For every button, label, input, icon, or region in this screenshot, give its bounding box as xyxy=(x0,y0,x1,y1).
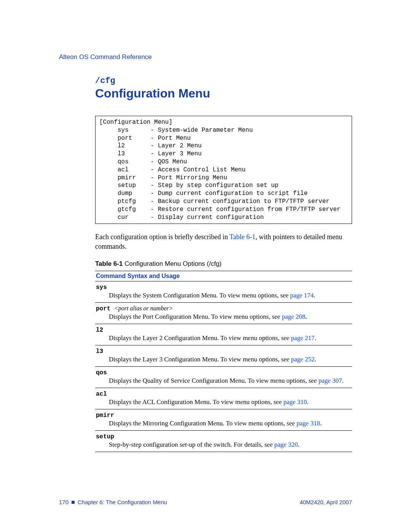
cmd-desc: Displays the Quality of Service Configur… xyxy=(109,377,351,385)
cmd-name: port xyxy=(96,305,114,312)
doc-header: Alteon OS Command Reference xyxy=(59,53,352,61)
cmd-desc-post: . xyxy=(315,356,316,363)
cmd-desc-pre: Displays the Layer 2 Configuration Menu.… xyxy=(109,334,291,342)
cmd-desc: Displays the ACL Configuration Menu. To … xyxy=(109,398,351,406)
cmd-desc-post: . xyxy=(320,420,322,427)
cmd-row-l3: l3 Displays the Layer 3 Configuration Me… xyxy=(95,345,352,367)
page-link[interactable]: page 310 xyxy=(284,398,307,406)
page-link[interactable]: page 307 xyxy=(319,377,342,384)
cmd-name: l2 xyxy=(96,327,103,334)
cmd-desc: Displays the Layer 3 Configuration Menu.… xyxy=(109,356,351,363)
page-link[interactable]: page 174 xyxy=(290,292,314,299)
cmd-desc: Displays the Mirroring Configuration Men… xyxy=(109,420,351,427)
cmd-row-l2: l2 Displays the Layer 2 Configuration Me… xyxy=(95,324,352,345)
cmd-name: l3 xyxy=(96,348,103,355)
cmd-row-acl: acl Displays the ACL Configuration Menu.… xyxy=(95,388,352,409)
cmd-desc-post: . xyxy=(307,398,309,406)
chapter-title: Chapter 6: The Configuration Menu xyxy=(78,499,167,505)
cmd-name: sys xyxy=(96,284,107,291)
cmd-row-qos: qos Displays the Quality of Service Conf… xyxy=(95,367,352,388)
section-code: /cfg xyxy=(95,76,352,86)
cmd-desc: Displays the Port Configuration Menu. To… xyxy=(109,313,351,321)
table-caption-title: Configuration Menu Options (/cfg) xyxy=(124,260,221,267)
cmd-row-port: port <port alias or number> Displays the… xyxy=(95,303,352,324)
table-column-header: Command Syntax and Usage xyxy=(95,271,352,281)
cmd-desc: Displays the Layer 2 Configuration Menu.… xyxy=(109,334,351,342)
page-number: 170 xyxy=(59,499,68,505)
cmd-desc-pre: Displays the Quality of Service Configur… xyxy=(109,377,319,384)
doc-id: 40M2420, April 2007 xyxy=(299,499,352,505)
cmd-desc: Displays the System Configuration Menu. … xyxy=(109,292,351,299)
cmd-desc-post: . xyxy=(305,313,307,320)
cmd-desc-post: . xyxy=(298,441,299,448)
cmd-row-sys: sys Displays the System Configuration Me… xyxy=(95,281,352,303)
cmd-name: setup xyxy=(96,433,114,440)
cmd-desc-pre: Displays the Port Configuration Menu. To… xyxy=(109,313,282,320)
intro-paragraph: Each configuration option is briefly des… xyxy=(95,232,352,251)
cmd-desc-pre: Displays the Mirroring Configuration Men… xyxy=(109,420,296,427)
cmd-name: acl xyxy=(96,391,107,398)
page-link[interactable]: page 217 xyxy=(291,334,315,342)
cmd-name: qos xyxy=(96,369,107,376)
table-caption-number: Table 6-1 xyxy=(95,260,124,267)
footer-left: 170 Chapter 6: The Configuration Menu xyxy=(59,499,167,505)
table-caption: Table 6-1 Configuration Menu Options (/c… xyxy=(95,260,352,268)
page-footer: 170 Chapter 6: The Configuration Menu 40… xyxy=(59,499,352,505)
table-ref-link[interactable]: Table 6-1 xyxy=(229,233,255,241)
cmd-row-pmirr: pmirr Displays the Mirroring Configurati… xyxy=(95,409,352,431)
cmd-desc-pre: Displays the System Configuration Menu. … xyxy=(109,292,290,299)
cmd-desc-pre: Displays the Layer 3 Configuration Menu.… xyxy=(109,356,291,363)
cmd-row-setup: setup Step-by-step configuration set-up … xyxy=(95,431,352,452)
cmd-name: pmirr xyxy=(96,412,114,419)
cmd-desc: Step-by-step configuration set-up of the… xyxy=(109,441,351,449)
page-link[interactable]: page 208 xyxy=(282,313,306,320)
configuration-menu-listing: [Configuration Menu] sys - System-wide P… xyxy=(95,116,352,224)
cmd-desc-post: . xyxy=(342,377,344,384)
page-link[interactable]: page 252 xyxy=(291,356,315,363)
cmd-desc-pre: Step-by-step configuration set-up of the… xyxy=(109,441,274,448)
cmd-desc-post: . xyxy=(315,334,316,342)
square-bullet-icon xyxy=(72,501,75,504)
cmd-desc-pre: Displays the ACL Configuration Menu. To … xyxy=(109,398,284,406)
page-link[interactable]: page 320 xyxy=(274,441,298,448)
cmd-param: <port alias or number> xyxy=(114,305,173,312)
page-link[interactable]: page 318 xyxy=(296,420,320,427)
section-title: Configuration Menu xyxy=(95,86,352,101)
cmd-desc-post: . xyxy=(314,292,315,299)
intro-text-pre: Each configuration option is briefly des… xyxy=(95,233,229,241)
